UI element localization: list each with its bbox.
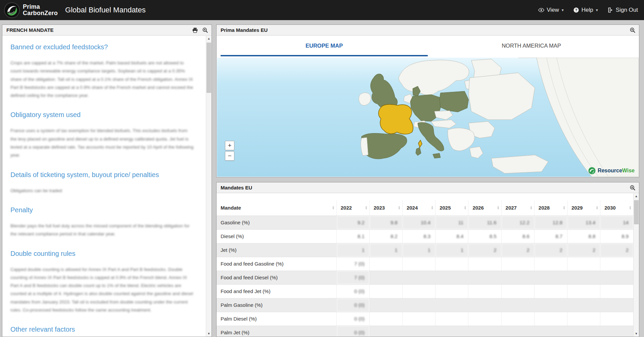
zoom-out-button[interactable]: − [225, 151, 234, 161]
mandate-value [435, 298, 468, 312]
mandate-value: 8.5 [468, 229, 501, 243]
mandate-value [402, 284, 435, 298]
table-row[interactable]: Diesel (%)8.18.28.38.48.58.68.78.88.9 [217, 229, 633, 243]
mandate-value: 8.7 [534, 229, 567, 243]
mandate-value [567, 284, 600, 298]
table-row[interactable]: Jet (%)111122222 [217, 243, 633, 257]
mandate-value [501, 271, 534, 284]
mandate-value [468, 312, 501, 326]
resourcewise-attribution: ResourceWise [588, 167, 635, 174]
mandate-value: 7 (0) [336, 271, 369, 284]
mandate-value [567, 271, 600, 284]
sign-out-icon [607, 7, 613, 13]
tab-north-america-map[interactable]: NORTH AMERICA MAP [428, 36, 635, 56]
zoom-panel-icon[interactable] [630, 185, 636, 191]
table-row[interactable]: Gasoline (%)9.29.810.41111.612.212.813.4… [217, 216, 633, 229]
column-header-2025[interactable]: 2025▲▼ [435, 200, 468, 216]
table-row[interactable]: Food and feed Diesel (%)7 (0) [217, 271, 633, 284]
scroll-up-arrow-icon[interactable]: ▲ [206, 36, 212, 42]
column-header-2027[interactable]: 2027▲▼ [501, 200, 534, 216]
column-header-mandate[interactable]: Mandate▲▼ [217, 200, 336, 216]
table-row[interactable]: Food and feed Jet (%)0 (0) [217, 284, 633, 298]
mandate-value: 8.4 [435, 229, 468, 243]
sort-icon[interactable]: ▲▼ [431, 206, 433, 210]
page-title: Global Biofuel Mandates [65, 6, 146, 14]
country-poland[interactable] [440, 91, 469, 112]
sort-icon[interactable]: ▲▼ [398, 206, 401, 210]
mandate-value [501, 312, 534, 326]
column-header-2023[interactable]: 2023▲▼ [369, 200, 402, 216]
scroll-down-arrow-icon[interactable]: ▼ [206, 331, 212, 337]
mandate-value: 1 [402, 243, 435, 257]
mandate-value: 11 [435, 216, 468, 229]
mandate-value [435, 326, 468, 337]
scrollbar-thumb[interactable] [634, 200, 639, 224]
table-scrollbar[interactable]: ▲ ▼ [633, 193, 639, 337]
mandate-value [402, 271, 435, 284]
europe-map-svg[interactable] [217, 58, 639, 177]
scroll-up-arrow-icon[interactable]: ▲ [634, 193, 639, 199]
french-mandate-panel: FRENCH MANDATE Banned or excluded feedst… [2, 24, 212, 337]
mandate-value: 2 [501, 243, 534, 257]
left-panel-scrollbar[interactable]: ▲ ▼ [206, 36, 212, 337]
mandate-label: Jet (%) [217, 243, 336, 257]
view-menu[interactable]: View ▾ [538, 7, 564, 13]
scrollbar-thumb[interactable] [206, 43, 211, 93]
mandate-value: 12.2 [501, 216, 534, 229]
help-menu[interactable]: ? Help ▾ [573, 7, 598, 13]
column-header-2029[interactable]: 2029▲▼ [567, 200, 600, 216]
help-icon: ? [573, 7, 579, 13]
table-row[interactable]: Food and feed Gasoline (%)7 (0) [217, 257, 633, 271]
mandate-value [435, 257, 468, 271]
sort-icon[interactable]: ▲▼ [332, 206, 335, 210]
svg-text:?: ? [575, 8, 578, 12]
tab-europe-map[interactable]: EUROPE MAP [221, 36, 428, 56]
prima-mandates-eu-panel: Prima Mandates EU EUROPE MAPNORTH AMERIC… [216, 24, 639, 177]
mandate-value: 8.2 [369, 229, 402, 243]
table-row[interactable]: Palm Diesel (%)0 (0) [217, 312, 633, 326]
sort-icon[interactable]: ▲▼ [596, 206, 598, 210]
column-header-2028[interactable]: 2028▲▼ [534, 200, 567, 216]
mandate-value [567, 257, 600, 271]
zoom-panel-icon[interactable] [202, 27, 208, 33]
europe-map[interactable]: + − ResourceWise [217, 58, 639, 177]
map-panel-title: Prima Mandates EU [221, 27, 268, 33]
mandate-value: 12.8 [534, 216, 567, 229]
section-heading: Penalty [10, 206, 194, 214]
mandate-value [369, 284, 402, 298]
chevron-down-icon: ▾ [562, 8, 564, 12]
print-icon[interactable] [192, 27, 198, 33]
mandate-value: 11.6 [468, 216, 501, 229]
table-row[interactable]: Palm Jet (%)0 (0) [217, 326, 633, 337]
zoom-in-button[interactable]: + [225, 141, 234, 150]
mandate-value: 8.3 [402, 229, 435, 243]
mandate-value [501, 298, 534, 312]
mandate-label: Palm Diesel (%) [217, 312, 336, 326]
mandate-label: Palm Gasoline (%) [217, 298, 336, 312]
country-turkey[interactable] [491, 155, 548, 173]
sort-icon[interactable]: ▲▼ [464, 206, 466, 210]
mandate-value [600, 284, 633, 298]
sort-icon[interactable]: ▲▼ [365, 206, 368, 210]
column-header-2030[interactable]: 2030▲▼ [600, 200, 633, 216]
column-header-2024[interactable]: 2024▲▼ [402, 200, 435, 216]
sort-icon[interactable]: ▲▼ [530, 206, 533, 210]
sort-icon[interactable]: ▲▼ [629, 206, 632, 210]
view-label: View [547, 7, 559, 13]
column-header-2022[interactable]: 2022▲▼ [336, 200, 369, 216]
country-portugal[interactable] [361, 137, 368, 156]
mandate-value [402, 326, 435, 337]
zoom-panel-icon[interactable] [630, 27, 636, 33]
table-row[interactable]: Palm Gasoline (%)0 (0) [217, 298, 633, 312]
sort-icon[interactable]: ▲▼ [497, 206, 500, 210]
country-france-highlighted[interactable] [378, 104, 413, 134]
sort-icon[interactable]: ▲▼ [563, 206, 565, 210]
map-panel-header: Prima Mandates EU [217, 25, 639, 36]
sign-out-button[interactable]: Sign Out [607, 7, 638, 13]
column-header-2026[interactable]: 2026▲▼ [468, 200, 501, 216]
section-heading: Obligatory system used [10, 111, 194, 119]
mandate-value: 13.4 [567, 216, 600, 229]
mandate-value: 8.6 [501, 229, 534, 243]
mandate-value [567, 312, 600, 326]
scroll-down-arrow-icon[interactable]: ▼ [634, 331, 639, 337]
